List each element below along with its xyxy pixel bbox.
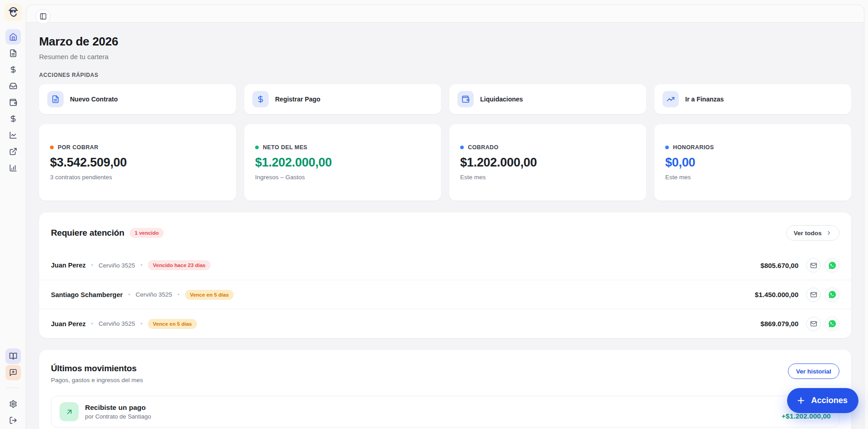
page-subtitle: Resumen de tu cartera [39,53,851,61]
sidebar-item-logout[interactable] [5,413,21,428]
message-plus-icon [9,368,17,377]
app-logo[interactable] [5,4,22,21]
quick-action-ir-a-finanzas[interactable]: Ir a Finanzas [654,84,851,114]
sidebar-item-docs[interactable] [5,348,21,364]
attention-row[interactable]: Juan Perez • Cerviño 3525 • Vencido hace… [39,251,851,280]
quick-action-nuevo-contrato[interactable]: Nuevo Contrato [39,84,236,114]
tenant-name: Juan Perez [51,262,86,269]
whatsapp-icon [828,261,837,270]
whatsapp-icon [828,319,837,328]
logout-icon [9,416,17,424]
whatsapp-button[interactable] [825,317,839,331]
stat-value: $0,00 [665,156,840,170]
arrow-up-right-icon [60,402,79,421]
attention-row[interactable]: Juan Perez • Cerviño 3525 • Vence en 5 d… [39,309,851,338]
sidebar-item-analytics[interactable] [5,127,21,143]
status-badge: Vence en 5 días [148,319,197,329]
quick-actions-label: ACCIONES RÁPIDAS [39,72,851,78]
movements-header: Últimos movimientos Pagos, gastos e ingr… [51,363,839,384]
sidebar-item-contracts[interactable] [5,45,21,61]
stat-caption: Ingresos – Gastos [255,174,430,181]
panel-left-icon [40,13,47,20]
sidebar-item-feedback[interactable] [5,365,21,380]
sidebar-item-home[interactable] [5,29,21,45]
stat-card-por-cobrar: POR COBRAR $3.542.509,00 3 contratos pen… [39,124,236,201]
movement-subtitle: por Contrato de Santiago [85,413,151,420]
sidebar-item-money[interactable] [5,111,21,126]
attention-header: Requiere atención 1 vencido Ver todos [39,212,851,251]
separator-dot: • [91,262,93,268]
sidebar-toggle-button[interactable] [35,9,50,24]
sidebar-item-payments[interactable] [5,62,21,77]
main-panel: Marzo de 2026 Resumen de tu cartera ACCI… [26,5,864,429]
acciones-fab-button[interactable]: Acciones [787,388,858,413]
status-dot [665,146,669,149]
stat-label: POR COBRAR [58,144,98,151]
stat-value: $1.202.000,00 [255,156,430,170]
tenant-name: Santiago Schamberger [51,291,123,298]
amount-due: $1.450.000,00 [755,291,798,298]
stat-caption: Este mes [665,174,840,181]
quick-action-registrar-pago[interactable]: Registrar Pago [244,84,441,114]
movements-card: Últimos movimientos Pagos, gastos e ingr… [39,350,851,429]
sidebar-footer-nav [0,396,26,429]
view-history-button[interactable]: Ver historial [788,363,839,379]
whatsapp-button[interactable] [825,258,839,273]
quick-actions-row: Nuevo Contrato Registrar Pago Liquidacio… [39,84,851,114]
chevron-right-icon [826,230,832,236]
mail-icon [810,320,817,327]
gear-icon [9,400,17,408]
dashboard-content: Marzo de 2026 Resumen de tu cartera ACCI… [26,23,864,429]
amount-due: $869.079,00 [761,320,798,328]
whatsapp-button[interactable] [825,288,839,302]
stat-caption: Este mes [460,174,635,181]
file-text-icon [9,49,17,57]
stat-card-honorarios: HONORARIOS $0,00 Este mes [654,124,851,201]
amount-due: $805.670,00 [761,262,798,269]
attention-row[interactable]: Santiago Schamberger • Cerviño 3525 • Ve… [39,280,851,309]
mascot-logo-icon [6,5,20,19]
view-history-label: Ver historial [796,368,831,375]
topbar [26,5,864,23]
email-button[interactable] [806,258,821,273]
file-text-icon [47,91,64,107]
stat-label: COBRADO [468,144,498,151]
quick-action-liquidaciones[interactable]: Liquidaciones [449,84,646,114]
movement-item[interactable]: Recibiste un pago por Contrato de Santia… [51,396,839,428]
stats-row: POR COBRAR $3.542.509,00 3 contratos pen… [39,124,851,201]
email-button[interactable] [806,317,821,331]
movements-subtitle: Pagos, gastos e ingresos del mes [51,377,143,384]
property-address: Cerviño 3525 [99,320,135,327]
movement-amount: +$1.202.000,00 [782,412,831,420]
property-address: Cerviño 3525 [99,262,135,269]
bar-chart-icon [9,164,17,172]
sidebar-divider [6,388,19,388]
wallet-icon [9,98,17,106]
separator-dot: • [128,292,130,298]
mail-icon [810,262,817,269]
sidebar-item-settings[interactable] [5,396,21,412]
sidebar-item-reports[interactable] [5,160,21,176]
sidebar-secondary-nav [0,348,26,381]
stat-value: $1.202.000,00 [460,156,635,170]
mail-icon [810,291,817,298]
quick-action-label: Liquidaciones [480,96,523,103]
stat-label: NETO DEL MES [263,144,307,151]
plus-icon [796,396,806,405]
stat-caption: 3 contratos pendientes [50,174,225,181]
sidebar-item-wallet[interactable] [5,95,21,110]
separator-dot: • [177,292,179,298]
wallet-icon [457,91,474,107]
attention-card: Requiere atención 1 vencido Ver todos Ju… [39,212,851,338]
attention-title: Requiere atención [51,228,124,238]
sidebar-item-external[interactable] [5,144,21,159]
email-button[interactable] [806,288,821,302]
overdue-count-badge: 1 vencido [130,228,164,238]
whatsapp-icon [828,290,837,299]
status-dot [255,146,259,149]
sidebar-item-inbox[interactable] [5,78,21,94]
separator-dot: • [91,321,93,327]
view-all-button[interactable]: Ver todos [786,225,839,241]
quick-action-label: Nuevo Contrato [70,96,118,103]
stat-label: HONORARIOS [673,144,714,151]
